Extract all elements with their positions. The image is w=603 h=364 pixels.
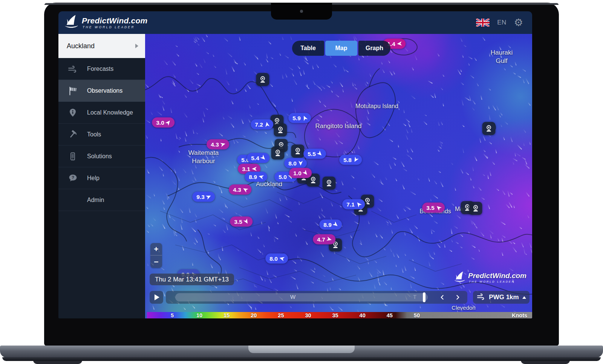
observation-badge[interactable]: 5.9 (288, 113, 311, 123)
observation-value: 3.1 (242, 165, 250, 172)
screen-content: PredictWind.com THE WORLD LEADER EN ⚙ (58, 11, 532, 318)
sidebar-item-observations[interactable]: Observations (58, 80, 145, 102)
model-label: PWG 1km (489, 294, 519, 301)
view-toggle-graph[interactable]: Graph (358, 41, 390, 56)
gear-icon[interactable]: ⚙ (514, 18, 523, 28)
sail-logo-icon (453, 271, 466, 285)
webcam-marker[interactable] (256, 73, 269, 86)
observation-badge[interactable]: 3.0 (152, 118, 174, 128)
webcam-marker[interactable] (271, 147, 285, 160)
play-button[interactable] (150, 291, 163, 304)
observation-value: 9.3 (196, 193, 205, 200)
observation-value: 5.0 (279, 173, 287, 180)
place-label: Waitemata Harbour (188, 149, 219, 165)
observation-value: 4.3 (211, 141, 219, 148)
observation-badge[interactable]: 8.9 (319, 220, 342, 230)
brand-title: PredictWind.com (82, 17, 147, 24)
sidebar-item-help[interactable]: ?Help (58, 167, 145, 189)
wind-direction-arrow-icon (436, 205, 441, 211)
observation-badge[interactable]: 5.4 (247, 153, 269, 163)
timeline-handle[interactable] (423, 292, 425, 302)
observation-badge[interactable]: 3.5 (230, 217, 253, 227)
wind-direction-arrow-icon (264, 122, 270, 127)
observation-badge[interactable]: 8.0 (265, 254, 288, 264)
view-toggle-map[interactable]: Map (325, 41, 357, 56)
legend-tick: 35 (332, 312, 338, 318)
legend-tick: 30 (305, 312, 311, 318)
wind-direction-arrow-icon (165, 120, 171, 125)
wind-direction-arrow-icon (353, 157, 358, 163)
watermark-logo: PredictWind.com THE WORLD LEADER (453, 271, 526, 285)
observation-badge[interactable]: 4.3 (229, 185, 251, 195)
legend-tick: 5 (171, 312, 174, 318)
place-label: Rangitoto Island (315, 122, 362, 130)
observation-badge[interactable]: 9.3 (192, 192, 215, 202)
wind-direction-arrow-icon (333, 222, 338, 228)
wind-direction-arrow-icon (243, 219, 249, 225)
wind-map[interactable]: Hauraki GulfMotutapu IslandRangitoto Isl… (145, 34, 532, 318)
previous-step-button[interactable] (436, 291, 449, 304)
observation-badge[interactable]: 7.1 (342, 199, 365, 210)
view-toggle: TableMapGraph (292, 41, 390, 56)
legend-tick: 10 (196, 312, 202, 318)
watermark-tagline: THE WORLD LEADER (469, 280, 526, 283)
timeline-track[interactable] (175, 293, 428, 301)
observation-value: 8.0 (288, 160, 297, 167)
sidebar-item-tools[interactable]: Tools (58, 124, 145, 145)
wind-direction-arrow-icon (298, 161, 303, 166)
wind-direction-arrow-icon (251, 166, 257, 172)
timeline-marker-w: W (290, 294, 295, 300)
pin-info-icon (58, 108, 87, 117)
observation-badge[interactable]: 3.5 (422, 203, 445, 213)
webcam-marker[interactable] (291, 145, 305, 158)
observation-badge[interactable]: 7.2 (251, 119, 273, 130)
wind-direction-arrow-icon (279, 256, 285, 262)
observation-value: 1.0 (293, 170, 302, 176)
location-label: Auckland (67, 42, 95, 50)
wind-direction-arrow-icon (396, 41, 402, 47)
language-selector[interactable]: EN (497, 19, 507, 26)
laptop-screen: PredictWind.com THE WORLD LEADER EN ⚙ (44, 3, 559, 346)
sidebar-item-admin[interactable]: Admin (58, 189, 145, 211)
sidebar-item-solutions[interactable]: Solutions (58, 145, 145, 167)
observation-badge[interactable]: 4.3 (207, 139, 229, 150)
webcam-marker[interactable] (469, 202, 482, 215)
view-toggle-table[interactable]: Table (292, 41, 324, 56)
next-step-button[interactable] (451, 291, 464, 304)
place-label: Clevedon (451, 304, 475, 312)
observation-badge[interactable]: 5.5 (303, 149, 326, 159)
observation-value: 3.5 (426, 204, 435, 211)
sidebar-item-forecasts[interactable]: Forecasts (58, 58, 145, 80)
webcam-marker[interactable] (482, 122, 496, 135)
timestamp: Thu 2 Mar 13:41 GMT+13 (150, 274, 234, 285)
caret-up-icon (522, 296, 526, 299)
observation-badge[interactable]: 5.8 (339, 155, 362, 165)
wind-direction-arrow-icon (302, 115, 308, 121)
zoom-in-button[interactable]: + (150, 243, 162, 255)
webcam-marker[interactable] (323, 177, 336, 190)
uk-flag-icon[interactable] (476, 18, 490, 27)
webcam-marker[interactable] (274, 124, 287, 137)
place-label: Hauraki Gulf (487, 49, 517, 65)
legend-tick: 50 (414, 312, 420, 318)
observation-badge[interactable]: 4.7 (313, 234, 335, 245)
place-label: Motutapu Island (355, 102, 398, 110)
watermark-title: PredictWind.com (468, 272, 526, 279)
sidebar-item-local-knowledge[interactable]: Local Knowledge (58, 102, 145, 124)
location-selector[interactable]: Auckland (58, 34, 145, 58)
observation-badge[interactable]: 1.0 (289, 168, 312, 178)
laptop-base (0, 346, 603, 358)
sidebar-item-label: Tools (87, 131, 101, 138)
observation-value: 3.0 (156, 119, 164, 126)
legend-unit: Knots (512, 312, 527, 318)
sidebar-item-label: Local Knowledge (87, 109, 133, 116)
model-selector[interactable]: PWG 1km (473, 291, 530, 304)
brand-tagline: THE WORLD LEADER (83, 26, 147, 29)
observation-badge[interactable]: 8.9 (245, 172, 267, 182)
zoom-out-button[interactable]: − (150, 255, 162, 268)
observation-badge[interactable]: 8.0 (284, 158, 307, 168)
observation-value: 7.1 (346, 201, 355, 208)
legend-tick: 20 (251, 312, 257, 318)
wind-direction-arrow-icon (220, 142, 226, 147)
wind-direction-arrow-icon (356, 202, 361, 207)
